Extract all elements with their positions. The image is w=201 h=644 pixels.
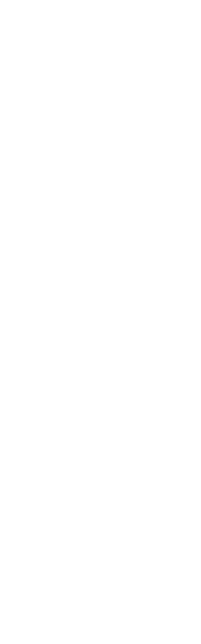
flowchart — [0, 0, 201, 644]
